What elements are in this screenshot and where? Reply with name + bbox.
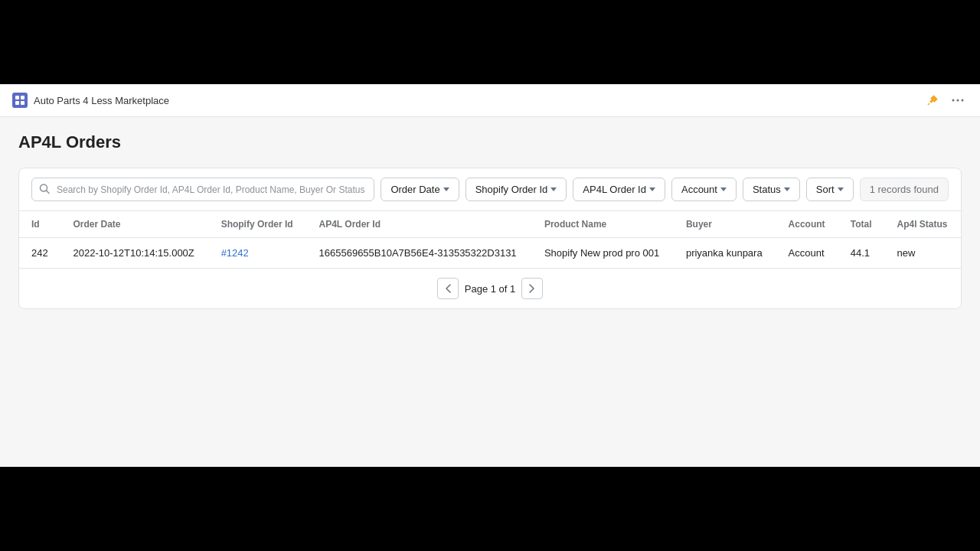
pagination-row: Page 1 of 1 [19,268,961,308]
svg-line-4 [928,103,929,105]
orders-table: Id Order Date Shopify Order Id AP4L Orde… [19,211,961,268]
orders-card: Order Date Shopify Order Id AP4L Order I… [18,168,962,309]
filter-status[interactable]: Status [743,178,800,201]
search-icon [39,183,50,196]
more-options-button[interactable] [948,90,968,110]
filter-shopify-order-id[interactable]: Shopify Order Id [466,178,567,201]
table-header-row: Id Order Date Shopify Order Id AP4L Orde… [19,211,961,238]
app-header-left: Auto Parts 4 Less Marketplace [12,93,169,108]
cell-product-name: Shopify New prod pro 001 [532,238,674,269]
col-total: Total [838,211,885,238]
top-black-bar [0,0,980,84]
page-content: AP4L Orders Order Date [0,117,980,324]
chevron-down-icon [838,187,844,191]
app-title: Auto Parts 4 Less Marketplace [34,95,169,106]
chevron-down-icon [784,187,790,191]
app-header: Auto Parts 4 Less Marketplace [0,84,980,117]
col-id: Id [19,211,61,238]
cell-order-date: 2022-10-12T10:14:15.000Z [61,238,209,269]
svg-point-7 [962,99,964,102]
svg-rect-2 [15,101,19,105]
col-product-name: Product Name [532,211,674,238]
col-ap4l-status: Ap4l Status [884,211,961,238]
cell-id: 242 [19,238,61,269]
table-row: 242 2022-10-12T10:14:15.000Z #1242 16655… [19,238,961,269]
svg-rect-1 [21,96,24,99]
filter-account[interactable]: Account [671,178,737,201]
svg-point-6 [957,99,959,102]
cell-shopify-order-id[interactable]: #1242 [209,238,307,269]
chevron-down-icon [550,187,557,191]
chevron-down-icon [720,187,727,191]
chevron-down-icon [649,187,655,191]
next-page-button[interactable] [521,278,543,299]
prev-page-button[interactable] [437,278,459,299]
filter-ap4l-order-id[interactable]: AP4L Order Id [573,178,665,201]
bottom-black-bar [0,467,980,551]
table-header: Id Order Date Shopify Order Id AP4L Orde… [19,211,961,238]
app-icon [12,93,28,108]
page-title: AP4L Orders [18,132,962,152]
svg-rect-0 [15,96,19,99]
filter-order-date[interactable]: Order Date [381,178,459,201]
cell-buyer: priyanka kunpara [674,238,776,269]
filters-row: Order Date Shopify Order Id AP4L Order I… [19,168,961,211]
cell-ap4l-order-id: 1665569655B10A7B56E4-313535322D3131 [307,238,532,269]
col-account: Account [776,211,838,238]
cell-account: Account [776,238,838,269]
col-buyer: Buyer [674,211,776,238]
page-info: Page 1 of 1 [465,283,516,295]
search-input[interactable] [31,178,374,201]
main-container: Auto Parts 4 Less Marketplace AP4L Order… [0,84,980,467]
shopify-order-link[interactable]: #1242 [221,247,249,259]
col-order-date: Order Date [61,211,209,238]
cell-total: 44.1 [838,238,885,269]
col-ap4l-order-id: AP4L Order Id [307,211,532,238]
pin-button[interactable] [923,91,942,109]
svg-line-9 [47,191,50,194]
filter-sort[interactable]: Sort [806,178,854,201]
records-count: 1 records found [860,178,949,201]
cell-ap4l-status: new [884,238,961,269]
col-shopify-order-id: Shopify Order Id [209,211,307,238]
search-wrapper [31,178,374,201]
app-header-right [923,90,968,110]
table-body: 242 2022-10-12T10:14:15.000Z #1242 16655… [19,238,961,269]
svg-point-5 [952,99,955,102]
svg-rect-3 [21,101,24,105]
chevron-down-icon [443,187,449,191]
